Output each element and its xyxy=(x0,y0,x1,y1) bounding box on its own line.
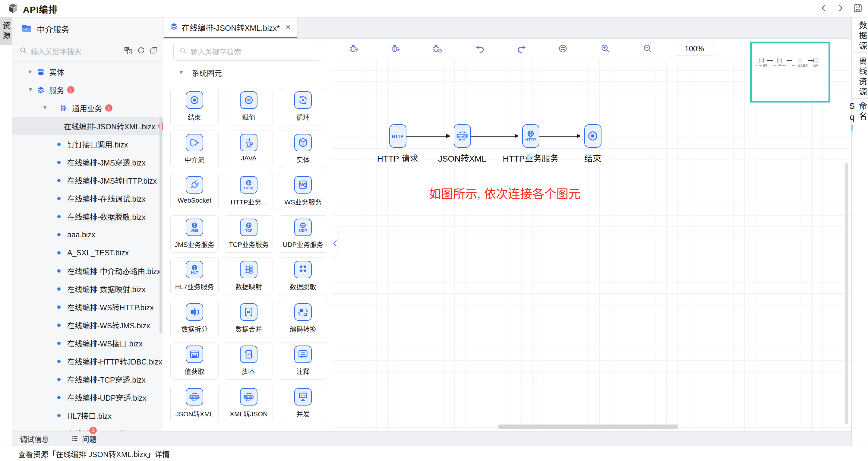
palette-section-header[interactable]: 系统图元 xyxy=(179,67,222,78)
tree-file-item[interactable]: 在线编排-HTTP转JDBC.bizx xyxy=(12,352,163,370)
palette-tile-assign[interactable]: 赋值 xyxy=(225,88,273,125)
status-text: 查看资源「在线编排-JSON转XML.bizx」详情 xyxy=(18,448,170,459)
debug-restart-icon[interactable] xyxy=(431,42,443,55)
debug-play-icon[interactable] xyxy=(390,42,402,55)
redo-icon[interactable] xyxy=(515,42,527,55)
tree-scrollbar[interactable] xyxy=(159,117,162,333)
right-rail-tab-2[interactable]: 命名Sql xyxy=(852,99,868,152)
palette-tile-label: XML转JSON xyxy=(230,408,268,418)
palette-tile-udp-globe[interactable]: UDPUDP业务服务 xyxy=(279,215,327,253)
tree-file-item[interactable]: 在线编排-JMS转HTTP.bizx xyxy=(12,171,163,189)
file-bullet-icon xyxy=(57,179,61,182)
palette-tile-wsdoc[interactable]: WWS业务服务 xyxy=(279,173,327,210)
file-bullet-icon xyxy=(57,378,61,381)
palette-tile-split[interactable]: 数据拆分 xyxy=(170,300,219,337)
flow-connector-arrow[interactable] xyxy=(471,136,518,136)
app-logo-icon xyxy=(7,2,19,15)
palette-tile-hl7-globe[interactable]: HL7HL7业务服务 xyxy=(170,257,219,295)
tree-file-item[interactable]: 在线编排-在线调试.bizx xyxy=(12,189,163,208)
chevron-down-icon[interactable] xyxy=(28,88,33,91)
palette-tile-websocket[interactable]: WebSocket xyxy=(170,173,219,210)
chevron-right-icon[interactable] xyxy=(28,70,33,73)
palette-tile-stop[interactable]: 结束 xyxy=(170,88,219,125)
palette-tile-mapping[interactable]: 数据映射 xyxy=(225,257,273,295)
flow-node-http-request[interactable]: HTTP xyxy=(389,124,406,148)
palette-tile-encode[interactable]: 编码转换 xyxy=(279,300,327,337)
tree-node-2[interactable]: 通用业务! xyxy=(12,99,163,117)
palette-tile-mask[interactable]: ****数据脱敏 xyxy=(279,257,327,295)
tree-file-item[interactable]: 在线编排-数据脱敏.bizx xyxy=(12,208,163,225)
tree-node-1[interactable]: 服务! xyxy=(12,81,163,99)
canvas-vertical-scrollbar[interactable] xyxy=(845,163,848,425)
palette-tile-http-globe[interactable]: HTTPHTTP业务... xyxy=(225,173,273,210)
tab-active-document[interactable]: 在线编排-JSON转XML.bizx* × xyxy=(164,17,298,38)
undo-icon[interactable] xyxy=(474,42,486,55)
palette-tile-label: 数据拆分 xyxy=(181,324,208,334)
zoom-out-icon[interactable] xyxy=(642,42,654,55)
right-rail-tab-0[interactable]: 数据源 xyxy=(852,17,868,53)
file-bullet-icon xyxy=(57,342,61,345)
history-back-icon[interactable] xyxy=(819,4,828,14)
minimap[interactable]: HTTP 请求JSON转XMLHTTP业务服务结束 xyxy=(750,41,830,102)
canvas-horizontal-scrollbar[interactable] xyxy=(498,425,678,429)
right-rail-tab-1[interactable]: 离线资源 xyxy=(852,53,868,99)
chevron-down-icon[interactable] xyxy=(42,106,48,110)
tree-file-item[interactable]: 在线编排-WS接口.bizx xyxy=(12,334,163,352)
palette-tile-comment[interactable]: 注释 xyxy=(279,342,327,379)
tree-file-item[interactable]: 在线编排-UDP穿透.bizx xyxy=(12,388,163,406)
websocket-icon xyxy=(186,176,203,193)
translate-icon[interactable]: En文 xyxy=(124,46,133,56)
tree-file-item[interactable]: 在线编排-TCP穿透.bizx xyxy=(12,370,163,388)
tree-file-item[interactable]: 在线编排-WS转JMS.bizx xyxy=(12,316,163,334)
palette-tile-jms-globe[interactable]: JMSJMS业务服务 xyxy=(170,215,219,253)
tree-node-0[interactable]: 实体 xyxy=(12,63,163,81)
flow-node-stop[interactable] xyxy=(584,124,601,148)
zoom-level[interactable]: 100% xyxy=(675,41,714,56)
tree-file-item[interactable]: 钉钉接口调用.bizx xyxy=(12,135,163,153)
debug-lightning-icon[interactable] xyxy=(348,42,360,55)
tree-search-input[interactable]: 输入关键字搜索 xyxy=(31,46,124,56)
auto-layout-icon[interactable] xyxy=(557,42,569,55)
refresh-icon[interactable] xyxy=(137,46,145,56)
zoom-in-icon[interactable] xyxy=(599,42,612,55)
palette-tile-tcp-globe[interactable]: TCPTCP业务服务 xyxy=(225,215,273,253)
history-forward-icon[interactable] xyxy=(836,4,845,14)
flow-canvas[interactable]: 100% HTTPHTTP 请求Json-XMLJSON转XMLHTTPHTTP… xyxy=(332,38,851,431)
tree-file-item[interactable]: 在线编排-中介动态路由.bizx xyxy=(12,262,163,280)
tree-file-item[interactable]: aaa.bizx xyxy=(12,225,163,244)
udp-globe-icon: UDP xyxy=(294,219,312,236)
palette-tile-cube[interactable]: 实体 xyxy=(279,130,327,168)
palette-tile-json2xml[interactable]: Json-XMLJSON转XML xyxy=(170,385,219,422)
tree-file-item[interactable]: 在线编排-HTTP转HL7.bizx xyxy=(12,425,163,431)
palette-tile-flow[interactable]: 中介流 xyxy=(170,130,219,168)
palette-tile-getvalue[interactable]: (x)值获取 xyxy=(170,342,219,379)
tree-file-item[interactable]: 在线编排-JSON转XML.bizx! xyxy=(12,117,163,135)
flow-node-http-globe[interactable]: HTTP xyxy=(522,124,539,148)
palette-tile-xml2json[interactable]: XML-JsonXML转JSON xyxy=(225,385,273,422)
save-icon[interactable] xyxy=(853,3,863,14)
tree-file-item[interactable]: A_SXL_TEST.bizx xyxy=(12,244,163,262)
tree-file-item[interactable]: 在线编排-数据映射.bizx xyxy=(12,280,163,298)
tab-close-icon[interactable]: × xyxy=(286,23,291,31)
app-title: API编排 xyxy=(23,2,58,16)
palette-tile-java[interactable]: JAVA xyxy=(225,130,273,168)
tree-file-item[interactable]: 在线编排-WS转HTTP.bizx xyxy=(12,298,163,316)
flow-connector-arrow[interactable] xyxy=(539,136,580,136)
tree-file-item[interactable]: HL7接口.bizx xyxy=(12,406,163,425)
minimap-node-icon xyxy=(813,58,818,63)
palette-tile-parallel[interactable]: </>并发 xyxy=(279,385,327,422)
palette-search-input[interactable]: 输入关键字检索 xyxy=(190,46,241,57)
palette-tile-script[interactable]: </>脚本 xyxy=(225,342,273,379)
palette-tile-merge[interactable]: 数据合并 xyxy=(225,300,273,337)
tab-problems[interactable]: 问题 xyxy=(70,434,96,444)
flow-connector-arrow[interactable] xyxy=(406,136,450,136)
collapse-all-icon[interactable] xyxy=(150,46,158,56)
palette-tile-loop[interactable]: 循环 xyxy=(279,88,327,125)
canvas-grid[interactable] xyxy=(332,59,851,431)
tab-debug-info[interactable]: 调试信息 xyxy=(20,434,49,444)
palette-tile-label: 数据映射 xyxy=(236,281,262,291)
rail-tab-resources[interactable]: 资源 xyxy=(0,17,12,45)
palette-search-box[interactable]: 输入关键字检索 xyxy=(173,42,321,61)
flow-node-json2xml[interactable]: Json-XML xyxy=(454,124,471,148)
tree-file-item[interactable]: 在线编排-JMS穿透.bizx xyxy=(12,153,163,171)
